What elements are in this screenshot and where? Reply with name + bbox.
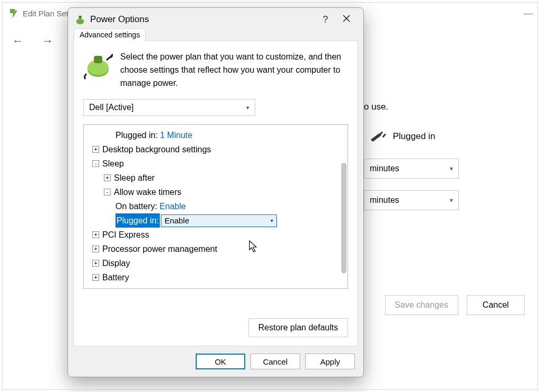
power-plan-select[interactable]: Dell [Active] ▾ <box>83 99 255 116</box>
chevron-down-icon: ▾ <box>450 165 453 172</box>
nav-forward-button[interactable]: → <box>42 34 53 47</box>
cancel-button[interactable]: Cancel <box>250 354 300 369</box>
cancel-button-back[interactable]: Cancel <box>467 295 525 315</box>
dialog-titlebar: Power Options ? <box>68 8 363 31</box>
chevron-down-icon: ▾ <box>246 104 249 111</box>
dialog-title: Power Options <box>90 14 315 25</box>
svg-point-2 <box>76 18 84 24</box>
plugged-in-label-selected: Plugged in: <box>115 213 160 228</box>
power-plan-value: Dell [Active] <box>89 103 133 112</box>
dialog-body: Advanced settings Select the power plan … <box>73 41 358 346</box>
tree-item-desktop-bg[interactable]: + Desktop background settings <box>86 142 338 156</box>
tree-scrollbar[interactable] <box>341 163 346 273</box>
svg-rect-3 <box>79 16 82 19</box>
settings-tree: Plugged in: 1 Minute + Desktop backgroun… <box>83 124 348 289</box>
tree-item-sleep-after[interactable]: + Sleep after <box>86 171 338 185</box>
expand-icon[interactable]: + <box>92 146 99 153</box>
plugged-top-value[interactable]: 1 Minute <box>160 128 192 142</box>
expand-icon[interactable]: + <box>104 174 111 181</box>
svg-rect-6 <box>94 56 102 63</box>
expand-icon[interactable]: + <box>92 231 99 238</box>
save-changes-button[interactable]: Save changes <box>385 295 458 315</box>
back-select-1-value: minutes <box>370 164 399 173</box>
tree-item-processor[interactable]: + Processor power management <box>86 242 338 256</box>
back-select-2-value: minutes <box>370 195 399 205</box>
on-battery-value[interactable]: Enable <box>160 199 186 213</box>
dialog-footer: OK Cancel Apply <box>68 346 363 377</box>
power-options-dialog: Power Options ? Advanced settings Select… <box>68 7 364 377</box>
tree-item-display[interactable]: + Display <box>86 256 338 270</box>
back-select-1[interactable]: minutes ▾ <box>364 159 459 179</box>
plugged-in-combo-value: Enable <box>165 213 189 228</box>
tree-item-plugged-in-selected[interactable]: Plugged in: Enable ▾ <box>86 213 338 228</box>
battery-icon <box>74 14 86 25</box>
apply-button[interactable]: Apply <box>305 354 355 369</box>
chevron-down-icon: ▾ <box>450 197 453 204</box>
ok-button[interactable]: OK <box>196 354 245 369</box>
back-select-2[interactable]: minutes ▾ <box>364 190 459 210</box>
tree-item-plugged-top[interactable]: Plugged in: 1 Minute <box>86 128 338 142</box>
plug-icon <box>370 129 388 143</box>
chevron-down-icon: ▾ <box>271 213 273 228</box>
tree-item-allow-wake-timers[interactable]: - Allow wake timers <box>86 185 338 199</box>
plugged-in-combo[interactable]: Enable ▾ <box>161 214 277 227</box>
tree-item-sleep[interactable]: - Sleep <box>86 156 338 171</box>
close-button[interactable] <box>336 15 357 24</box>
expand-icon[interactable]: + <box>92 246 99 252</box>
plugged-in-column-label: Plugged in <box>393 131 435 142</box>
battery-large-icon <box>83 51 113 90</box>
back-body-fragment: o use. <box>364 102 388 112</box>
restore-defaults-button[interactable]: Restore plan defaults <box>248 318 348 337</box>
expand-icon[interactable]: + <box>92 274 99 281</box>
svg-rect-1 <box>382 133 386 138</box>
nav-back-button[interactable]: ← <box>12 34 24 47</box>
tab-advanced-settings[interactable]: Advanced settings <box>74 28 146 41</box>
help-button[interactable]: ? <box>315 14 336 25</box>
tree-item-battery[interactable]: + Battery <box>86 270 338 285</box>
collapse-icon[interactable]: - <box>92 160 99 167</box>
dialog-intro-text: Select the power plan that you want to c… <box>120 51 348 90</box>
collapse-icon[interactable]: - <box>104 189 111 195</box>
svg-rect-0 <box>379 131 383 135</box>
expand-icon[interactable]: + <box>92 260 99 267</box>
minimize-button[interactable]: — <box>524 8 533 19</box>
tree-item-pci-express[interactable]: + PCI Express <box>86 228 338 242</box>
tree-item-on-battery[interactable]: On battery: Enable <box>86 199 338 213</box>
battery-icon <box>7 7 20 19</box>
